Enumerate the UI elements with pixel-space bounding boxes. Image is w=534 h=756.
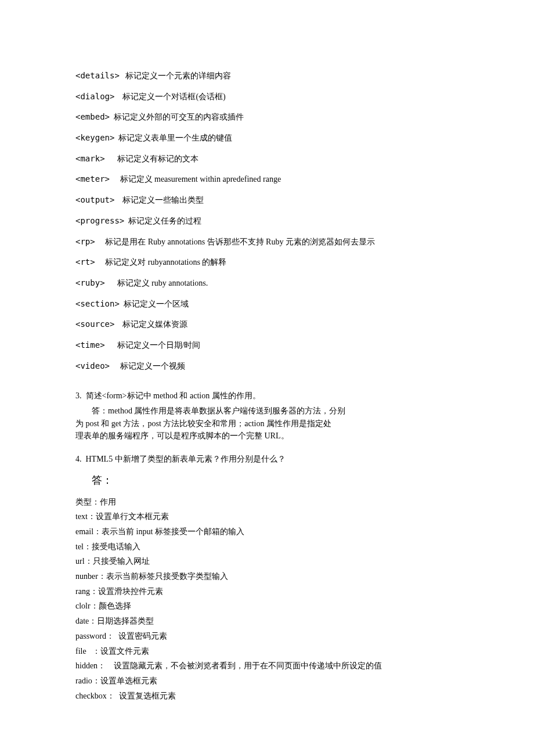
tag-row: <meter> 标记定义 measurement within apredefi…: [75, 173, 459, 186]
document-page: <details> 标记定义一个元素的详细内容 <dialog> 标记定义一个对…: [0, 0, 534, 747]
tag-name: <ruby>: [75, 277, 105, 290]
tag-name: <meter>: [75, 173, 110, 186]
tag-row: <dialog> 标记定义一个对话框(会话框): [75, 91, 459, 103]
tag-desc: 标记定义一个视频: [120, 362, 185, 370]
type-row: nunber：表示当前标签只接受数字类型输入: [75, 570, 459, 583]
tag-row: <video> 标记定义一个视频: [75, 360, 459, 373]
tag-desc: 标记定义表单里一个生成的键值: [118, 134, 232, 142]
tag-row: <section> 标记定义一个区域: [75, 298, 459, 311]
type-row: tel：接受电话输入: [75, 541, 459, 553]
question-4: 4. HTML5 中新增了类型的新表单元素？作用分别是什么？ 答： 类型：作用 …: [75, 453, 459, 702]
tag-desc: 标记定义一些输出类型: [122, 196, 204, 204]
tag-name: <output>: [75, 194, 114, 207]
type-row: radio：设置单选框元素: [75, 675, 459, 687]
type-row: file ：设置文件元素: [75, 645, 459, 658]
tag-name: <embed>: [75, 111, 110, 124]
tag-row: <output> 标记定义一些输出类型: [75, 194, 459, 207]
tag-name: <rp>: [75, 236, 95, 249]
html5-tag-list: <details> 标记定义一个元素的详细内容 <dialog> 标记定义一个对…: [75, 70, 459, 372]
type-header: 类型：作用: [75, 496, 459, 509]
type-row: checkbox： 设置复选框元素: [75, 690, 459, 703]
tag-name: <rt>: [75, 256, 95, 269]
tag-name: <video>: [75, 360, 110, 373]
tag-row: <rp> 标记是用在 Ruby annotations 告诉那些不支持 Ruby…: [75, 236, 459, 249]
answer-text: 答：method 属性作用是将表单数据从客户端传送到服务器的方法，分别: [75, 405, 459, 417]
tag-desc: 标记是用在 Ruby annotations 告诉那些不支持 Ruby 元素的浏…: [105, 237, 375, 246]
tag-row: <details> 标记定义一个元素的详细内容: [75, 70, 459, 82]
type-row: rang：设置滑块控件元素: [75, 585, 459, 598]
question-3: 3. 简述<form>标记中 method 和 action 属性的作用。 答：…: [75, 390, 459, 442]
tag-desc: 标记定义 measurement within apredefined rang…: [120, 175, 282, 183]
tag-row: <source> 标记定义媒体资源: [75, 318, 459, 331]
type-list: 类型：作用 text：设置单行文本框元素 email：表示当前 input 标签…: [75, 496, 459, 703]
type-row: hidden： 设置隐藏元素，不会被浏览者看到，用于在不同页面中传递域中所设定的…: [75, 660, 459, 672]
tag-row: <time> 标记定义一个日期/时间: [75, 339, 459, 352]
tag-row: <ruby> 标记定义 ruby annotations.: [75, 277, 459, 290]
tag-desc: 标记定义外部的可交互的内容或插件: [114, 113, 244, 121]
tag-name: <time>: [75, 339, 105, 352]
tag-row: <rt> 标记定义对 rubyannotations 的解释: [75, 256, 459, 269]
tag-row: <mark> 标记定义有标记的文本: [75, 153, 459, 165]
answer-label: 答：: [92, 473, 459, 489]
type-row: date：日期选择器类型: [75, 615, 459, 628]
tag-desc: 标记定义任务的过程: [128, 217, 201, 225]
type-row: password： 设置密码元素: [75, 630, 459, 643]
type-row: url：只接受输入网址: [75, 555, 459, 568]
tag-desc: 标记定义一个元素的详细内容: [125, 71, 231, 80]
tag-desc: 标记定义对 rubyannotations 的解释: [105, 258, 226, 267]
tag-row: <progress> 标记定义任务的过程: [75, 215, 459, 228]
answer-text: 为 post 和 get 方法，post 方法比较安全和常用；action 属性…: [75, 417, 459, 430]
tag-name: <keygen>: [75, 132, 114, 145]
type-row: text：设置单行文本框元素: [75, 510, 459, 523]
tag-desc: 标记定义有标记的文本: [117, 154, 199, 163]
tag-desc: 标记定义一个对话框(会话框): [122, 92, 225, 101]
question-text: 3. 简述<form>标记中 method 和 action 属性的作用。: [75, 390, 459, 402]
tag-name: <details>: [75, 70, 120, 82]
tag-desc: 标记定义媒体资源: [122, 320, 187, 329]
tag-desc: 标记定义一个日期/时间: [117, 341, 201, 350]
tag-name: <mark>: [75, 153, 105, 165]
tag-desc: 标记定义一个区域: [124, 300, 189, 308]
tag-row: <keygen> 标记定义表单里一个生成的键值: [75, 132, 459, 145]
question-text: 4. HTML5 中新增了类型的新表单元素？作用分别是什么？: [75, 453, 459, 466]
type-row: clolr：颜色选择: [75, 600, 459, 613]
tag-name: <progress>: [75, 215, 124, 228]
answer-text: 理表单的服务端程序，可以是程序或脚本的一个完整 URL。: [75, 430, 459, 442]
tag-name: <source>: [75, 318, 114, 331]
tag-name: <section>: [75, 298, 120, 311]
tag-desc: 标记定义 ruby annotations.: [117, 279, 208, 287]
type-row: email：表示当前 input 标签接受一个邮箱的输入: [75, 525, 459, 538]
tag-name: <dialog>: [75, 91, 114, 103]
tag-row: <embed> 标记定义外部的可交互的内容或插件: [75, 111, 459, 124]
